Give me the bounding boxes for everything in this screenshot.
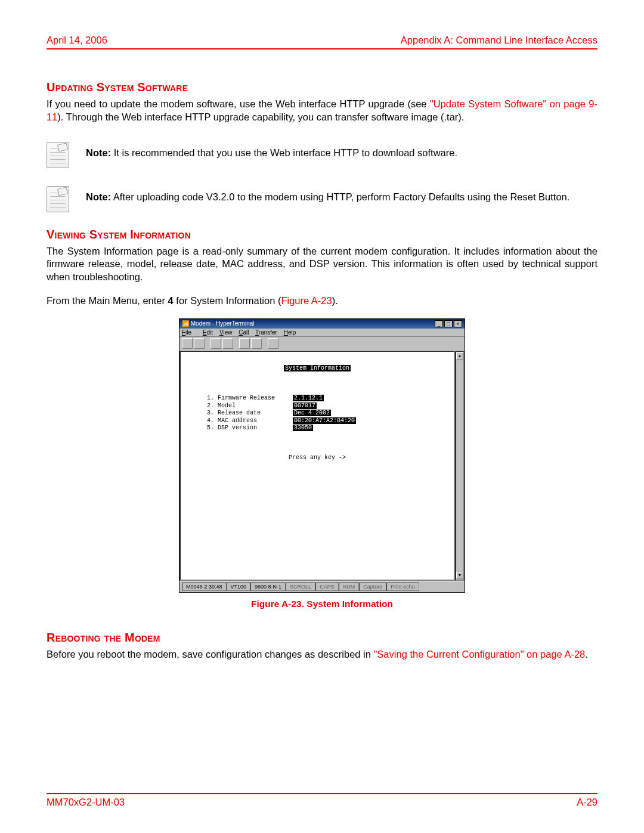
note-text: Note: It is recommended that you use the… bbox=[86, 142, 457, 160]
terminal-area: System Information 1. Firmware Release 2… bbox=[179, 351, 455, 581]
terminal-prompt: Press any key -> bbox=[189, 454, 445, 462]
maximize-button[interactable]: □ bbox=[444, 320, 453, 327]
close-button[interactable]: × bbox=[454, 320, 462, 327]
page-footer: MM70xG2-UM-03 A-29 bbox=[47, 793, 597, 808]
hyperterminal-window: 📶 Modem - HyperTerminal _□× File Edit Vi… bbox=[179, 318, 465, 593]
sec1-paragraph: If you need to update the modem software… bbox=[47, 98, 597, 124]
terminal-row: 2. Model 007017 bbox=[189, 402, 445, 410]
sec3-paragraph: Before you reboot the modem, save config… bbox=[47, 648, 597, 661]
tool-button[interactable] bbox=[239, 338, 250, 349]
terminal-row: 1. Firmware Release 2.1.12.1 bbox=[189, 395, 445, 402]
section-title-updating: Updating System Software bbox=[47, 80, 597, 94]
menu-edit[interactable]: Edit bbox=[203, 329, 213, 336]
note-text: Note: After uploading code V3.2.0 to the… bbox=[86, 186, 569, 204]
window-controls: _□× bbox=[434, 320, 462, 327]
note-block-2: Note: After uploading code V3.2.0 to the… bbox=[47, 186, 597, 212]
menu-file[interactable]: File bbox=[182, 329, 196, 336]
section-title-viewing: Viewing System Information bbox=[47, 228, 597, 241]
link-figure-a23[interactable]: Figure A-23 bbox=[281, 295, 332, 306]
footer-left: MM70xG2-UM-03 bbox=[47, 797, 125, 808]
page-header: April 14, 2006 Appendix A: Command Line … bbox=[47, 35, 597, 49]
scroll-down-icon[interactable]: ▾ bbox=[456, 572, 463, 579]
window-titlebar: 📶 Modem - HyperTerminal _□× bbox=[179, 319, 465, 329]
terminal-title: System Information bbox=[284, 365, 351, 371]
status-num: NUM bbox=[339, 583, 360, 591]
tool-button[interactable] bbox=[182, 338, 193, 349]
footer-right: A-29 bbox=[577, 797, 597, 808]
scroll-up-icon[interactable]: ▴ bbox=[456, 352, 463, 360]
link-saving-config[interactable]: "Saving the Current Configuration" on pa… bbox=[374, 649, 586, 659]
toolbar bbox=[179, 337, 465, 351]
header-date: April 14, 2006 bbox=[47, 35, 107, 46]
sec2-paragraph-2: From the Main Menu, enter 4 for System I… bbox=[47, 295, 597, 308]
status-caps: CAPS bbox=[315, 583, 339, 591]
status-print: Print echo bbox=[386, 583, 419, 591]
terminal-row: 4. MAC address 00:20:A7:A2:84:20 bbox=[189, 417, 445, 425]
note-icon bbox=[47, 186, 69, 212]
page: April 14, 2006 Appendix A: Command Line … bbox=[0, 0, 644, 833]
note-icon bbox=[47, 142, 69, 168]
window-title: 📶 Modem - HyperTerminal bbox=[182, 320, 254, 327]
status-baud: 9600 8-N-1 bbox=[250, 583, 286, 591]
note-block-1: Note: It is recommended that you use the… bbox=[47, 142, 597, 168]
status-scroll: SCROLL bbox=[286, 583, 315, 591]
tool-button[interactable] bbox=[194, 338, 205, 349]
status-terminal: VT100 bbox=[227, 583, 251, 591]
menu-transfer[interactable]: Transfer bbox=[255, 329, 277, 336]
tool-button[interactable] bbox=[222, 338, 233, 349]
terminal-row: 5. DSP version 33050 bbox=[189, 425, 445, 432]
menu-help[interactable]: Help bbox=[284, 329, 296, 336]
figure-a23: 📶 Modem - HyperTerminal _□× File Edit Vi… bbox=[179, 318, 465, 610]
section-title-rebooting: Rebooting the Modem bbox=[47, 631, 597, 645]
scrollbar[interactable]: ▴ ▾ bbox=[455, 351, 465, 581]
menu-view[interactable]: View bbox=[219, 329, 233, 336]
minimize-button[interactable]: _ bbox=[435, 320, 443, 327]
terminal-row: 3. Release date Dec 4 2002 bbox=[189, 410, 445, 417]
figure-caption: Figure A-23. System Information bbox=[179, 599, 465, 609]
tool-button[interactable] bbox=[268, 338, 278, 349]
status-capture: Capture bbox=[359, 583, 386, 591]
menu-bar: File Edit View Call Transfer Help bbox=[179, 329, 465, 337]
status-connection: M0046-2 30:48 bbox=[182, 583, 227, 591]
menu-call[interactable]: Call bbox=[239, 329, 249, 336]
tool-button[interactable] bbox=[251, 338, 262, 349]
status-bar: M0046-2 30:48 VT100 9600 8-N-1 SCROLL CA… bbox=[179, 581, 465, 592]
header-appendix: Appendix A: Command Line Interface Acces… bbox=[401, 35, 597, 46]
tool-button[interactable] bbox=[210, 338, 221, 349]
sec2-paragraph-1: The System Information page is a read-on… bbox=[47, 245, 597, 284]
